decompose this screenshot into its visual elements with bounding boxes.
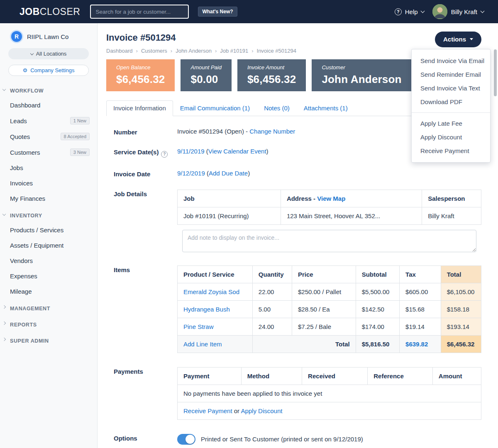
change-number-link[interactable]: Change Number	[249, 128, 295, 135]
paren: )	[266, 148, 269, 155]
tab-notes[interactable]: Notes (0)	[257, 100, 297, 116]
view-calendar-event-link[interactable]: View Calendar Event	[208, 148, 266, 155]
breadcrumb-item[interactable]: John Anderson	[176, 48, 212, 54]
sidebar-item[interactable]: Customers 3 New	[0, 144, 97, 160]
items-column-header: Product / Service	[178, 265, 253, 283]
service-date-label: Service Date(s)	[114, 149, 159, 156]
salesperson-value: Billy Kraft	[422, 207, 481, 224]
app-logo: JOBCLOSER	[20, 6, 80, 17]
sidebar-item[interactable]: Assets / Equipment	[0, 238, 97, 253]
product-link[interactable]: Emerald Zoysia Sod	[183, 288, 239, 295]
service-date-link[interactable]: 9/11/2019	[177, 148, 205, 155]
sidebar-item-label: Assets / Equipment	[10, 242, 63, 249]
actions-menu-item[interactable]: Receive Payment	[412, 144, 490, 158]
question-icon[interactable]: ?	[161, 151, 168, 158]
item-tax: $15.68	[400, 300, 441, 318]
sidebar-item-label: Jobs	[10, 164, 23, 171]
totals-label: Total	[252, 335, 356, 353]
salesperson-column-header: Salesperson	[422, 190, 481, 207]
item-price: $7.25 / Bale	[292, 318, 356, 335]
tax-total-link[interactable]: $639.82	[405, 341, 428, 348]
sidebar-item[interactable]: Invoices	[0, 175, 97, 191]
invoice-number-value: Invoice #501294 (Open) -	[177, 128, 248, 135]
sidebar-section-reports[interactable]: REPORTS	[0, 315, 97, 331]
workflow-item-list: Dashboard Leads 1 New Quotes 8 Accepted	[0, 97, 97, 206]
payments-empty-row: No payments have been applied to this in…	[178, 385, 481, 402]
sidebar-item[interactable]: Leads 1 New	[0, 113, 97, 129]
product-link[interactable]: Pine Straw	[183, 323, 214, 330]
view-map-link[interactable]: View Map	[317, 195, 345, 202]
items-column-header: Subtotal	[356, 265, 399, 283]
sidebar-section-workflow[interactable]: WORKFLOW	[0, 81, 97, 97]
invoice-date-row: Invoice Date 9/12/2019 (Add Due Date)	[106, 170, 481, 178]
options-row-wrap: Options Printed or Sent To Customer (pri…	[106, 434, 481, 448]
payments-column-header: Method	[241, 367, 302, 385]
invoice-date-link[interactable]: 9/12/2019	[177, 170, 205, 177]
sidebar-item[interactable]: Dashboard	[0, 97, 97, 113]
receive-payment-link[interactable]: Receive Payment	[183, 407, 232, 414]
invoice-item-row: Hydrangea Bush 5.00 $28.50 / Ea $142.50 …	[178, 300, 481, 318]
sidebar-item[interactable]: My Finances	[0, 191, 97, 206]
sidebar-item[interactable]: Expenses	[0, 268, 97, 284]
item-quantity: 5.00	[252, 300, 292, 318]
sidebar-item[interactable]: Jobs	[0, 160, 97, 175]
company-logo-icon: R	[11, 31, 22, 42]
tab-invoice-information[interactable]: Invoice Information	[106, 100, 173, 116]
breadcrumb-item[interactable]: Job #10191	[220, 48, 248, 54]
sidebar-item[interactable]: Vendors	[0, 253, 97, 268]
global-search-input[interactable]	[90, 5, 189, 19]
job-details-data-row: Job #10191 (Recurring) 123 Main Street, …	[178, 207, 481, 224]
actions-button[interactable]: Actions	[435, 32, 481, 47]
printed-sent-toggle[interactable]	[177, 434, 195, 445]
tab-email-communication[interactable]: Email Communication (1)	[173, 100, 257, 116]
breadcrumb-separator: ›	[171, 48, 172, 54]
sidebar-item-label: My Finances	[10, 195, 45, 202]
sidebar-section-inventory[interactable]: INVENTORY	[0, 206, 97, 222]
actions-menu-item[interactable]: Send Reminder Email	[412, 68, 490, 81]
help-menu[interactable]: ? Help	[395, 8, 424, 15]
breadcrumb-separator: ›	[215, 48, 217, 54]
chevron-right-icon	[2, 305, 6, 309]
toggle-knob	[186, 435, 195, 444]
sidebar-item-label: Expenses	[10, 273, 37, 280]
invoice-note-input[interactable]	[182, 230, 476, 252]
breadcrumb-item[interactable]: Invoice #501294	[257, 48, 296, 54]
stat-open-balance: Open Balance $6,456.32	[106, 59, 175, 91]
company-row: R RIIPL Lawn Co	[0, 31, 97, 42]
actions-dropdown-menu: Send Invoice Via EmailSend Reminder Emai…	[411, 49, 491, 163]
chevron-right-icon	[2, 321, 6, 325]
actions-menu-item[interactable]: Apply Discount	[412, 130, 490, 144]
options-label: Options	[106, 434, 177, 448]
actions-menu-item[interactable]: Send Invoice Via Text	[412, 81, 490, 95]
user-menu[interactable]: Billy Kraft	[432, 4, 484, 19]
breadcrumb-item[interactable]: Dashboard	[106, 48, 133, 54]
sidebar-item[interactable]: Products / Services	[0, 222, 97, 238]
company-settings-button[interactable]: ⚙ Company Settings	[8, 65, 89, 76]
sidebar-item-badge: 1 New	[70, 117, 90, 124]
add-due-date-link[interactable]: Add Due Date	[209, 170, 248, 177]
add-line-item-link[interactable]: Add Line Item	[183, 341, 222, 348]
actions-menu-item[interactable]: Send Invoice Via Email	[412, 54, 490, 68]
all-locations-selector[interactable]: All Locations	[8, 48, 89, 59]
subtotal-total: $5,816.50	[356, 335, 399, 353]
sidebar-section-management[interactable]: MANAGEMENT	[0, 299, 97, 315]
actions-menu-group-2: Apply Late FeeApply DiscountReceive Paym…	[412, 117, 490, 158]
company-name: RIIPL Lawn Co	[27, 33, 68, 40]
user-name: Billy Kraft	[451, 8, 477, 15]
items-table: Product / ServiceQuantityPriceSubtotalTa…	[177, 265, 481, 353]
breadcrumb-separator: ›	[251, 48, 253, 54]
apply-discount-link[interactable]: Apply Discount	[241, 407, 282, 414]
payments-row: Payments PaymentMethodReceivedReferenceA…	[106, 367, 481, 420]
tab-attachments[interactable]: Attachments (1)	[297, 100, 355, 116]
sidebar-item[interactable]: Quotes 8 Accepted	[0, 129, 97, 144]
whats-new-button[interactable]: What's New?	[198, 7, 237, 17]
sidebar-item[interactable]: Mileage	[0, 284, 97, 299]
actions-menu-item[interactable]: Apply Late Fee	[412, 117, 490, 130]
product-link[interactable]: Hydrangea Bush	[183, 306, 230, 313]
breadcrumb-item[interactable]: Customers	[141, 48, 167, 54]
sidebar-section-super-admin[interactable]: SUPER ADMIN	[0, 331, 97, 348]
actions-menu-item[interactable]: Download PDF	[412, 95, 490, 109]
breadcrumb-separator: ›	[136, 48, 138, 54]
scrollbar-thumb[interactable]	[494, 49, 497, 96]
gear-icon: ⚙	[23, 68, 28, 73]
